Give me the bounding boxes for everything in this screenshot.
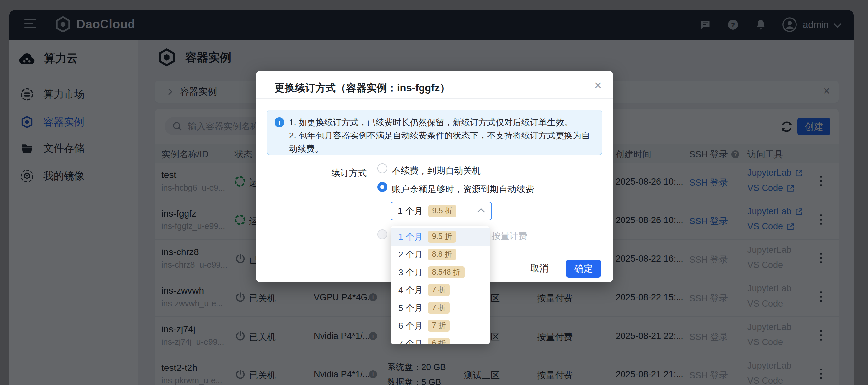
modal-notice-box: i 1. 如更换续订方式，已续费时长仍然保留，新续订方式仅对后续订单生效。 2.…: [267, 110, 602, 155]
duration-option[interactable]: 6 个月7 折: [391, 317, 490, 334]
duration-option-label: 5 个月: [398, 302, 423, 314]
cancel-button[interactable]: 取消: [520, 260, 559, 277]
duration-option[interactable]: 2 个月8.8 折: [391, 245, 490, 263]
radio-no-renew[interactable]: [377, 164, 387, 173]
duration-option[interactable]: 7 个月6 折: [391, 334, 490, 345]
notice-line-1: 1. 如更换续订方式，已续费时长仍然保留，新续订方式仅对后续订单生效。: [289, 116, 592, 129]
discount-badge: 8.8 折: [428, 248, 456, 260]
chevron-up-icon: [477, 208, 485, 216]
duration-option-label: 3 个月: [398, 267, 423, 278]
duration-option-label: 1 个月: [398, 231, 423, 243]
radio-paygo-label-fragment: 按量计费: [492, 230, 527, 242]
duration-option[interactable]: 3 个月8.548 折: [391, 263, 490, 281]
duration-select[interactable]: 1 个月 9.5 折: [391, 202, 492, 220]
radio-no-renew-label[interactable]: 不续费，到期自动关机: [392, 165, 481, 177]
discount-badge: 7 折: [428, 284, 450, 296]
radio-auto-renew[interactable]: [377, 182, 387, 192]
discount-badge: 8.548 折: [428, 266, 465, 278]
modal-divider: [256, 98, 613, 98]
duration-option-label: 4 个月: [398, 285, 423, 296]
duration-option-label: 7 个月: [398, 338, 423, 345]
modal-title: 更换续订方式（容器实例：ins-fggfz）: [275, 81, 450, 95]
renewal-method-label: 续订方式: [331, 167, 367, 179]
duration-option-label: 2 个月: [398, 249, 423, 260]
modal-close-icon[interactable]: ×: [594, 79, 602, 93]
radio-auto-renew-label[interactable]: 账户余额足够时，资源到期自动续费: [392, 183, 534, 195]
info-icon: i: [275, 117, 284, 127]
duration-option[interactable]: 4 个月7 折: [391, 281, 490, 299]
discount-badge: 7 折: [428, 302, 450, 314]
discount-badge: 6 折: [428, 337, 450, 345]
radio-paygo-disabled[interactable]: [377, 230, 387, 239]
discount-badge: 7 折: [428, 320, 450, 332]
discount-badge: 9.5 折: [428, 231, 456, 243]
duration-option[interactable]: 5 个月7 折: [391, 299, 490, 317]
duration-dropdown-panel: 1 个月9.5 折2 个月8.8 折3 个月8.548 折4 个月7 折5 个月…: [391, 226, 490, 345]
notice-line-2: 2. 包年包月容器实例不满足自动续费条件的状态下，不支持将续订方式更换为自动续费…: [289, 129, 592, 155]
confirm-button[interactable]: 确定: [566, 260, 601, 277]
duration-option[interactable]: 1 个月9.5 折: [391, 228, 490, 245]
duration-option-label: 6 个月: [398, 320, 423, 332]
duration-select-value: 1 个月: [398, 205, 423, 217]
discount-badge: 9.5 折: [428, 205, 457, 217]
